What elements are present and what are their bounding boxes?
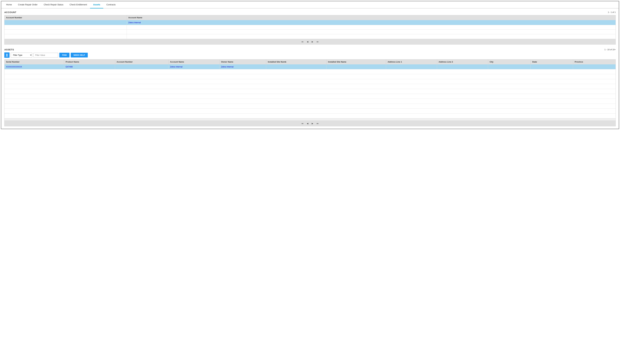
- asset-product-name: G47490: [64, 64, 115, 69]
- asset-owner-name: Zebra Internal: [219, 64, 266, 69]
- asset-city: [488, 64, 530, 69]
- account-first-btn[interactable]: ⏮: [301, 40, 304, 43]
- assets-col-addr1: Address Line 1: [386, 60, 437, 64]
- assets-col-acct-name: Account Name: [169, 60, 219, 64]
- assets-empty-row-9: [4, 108, 616, 113]
- assets-table-header-row: Serial Number Product Name Account Numbe…: [4, 60, 616, 64]
- assets-filter-bar: Filter Type FIND NEED HELP: [4, 52, 616, 58]
- account-table-empty-row-3: [4, 34, 616, 39]
- account-pagination-bar: ⏮ ◀ ▶ ⏭: [4, 39, 616, 45]
- account-table-row[interactable]: Zebra Internal: [4, 20, 616, 25]
- assets-pagination-info: 1 - 10 of 10+: [604, 48, 616, 51]
- assets-col-addr2: Address Line 2: [437, 60, 488, 64]
- assets-empty-row-10: [4, 113, 616, 118]
- account-table-empty-row-1: [4, 25, 616, 30]
- asset-inst-site-name: [326, 64, 386, 69]
- download-icon: [6, 54, 8, 57]
- account-last-btn[interactable]: ⏭: [316, 40, 319, 43]
- account-section-title: ACCOUNT: [4, 11, 16, 14]
- assets-table-row[interactable]: XXXXXXXXXXXX G47490 Zebra Internal Zebra…: [4, 64, 616, 69]
- filter-value-input[interactable]: [33, 53, 58, 58]
- assets-empty-row-7: [4, 99, 616, 104]
- account-col-number: Account Number: [4, 15, 127, 20]
- nav-bar: Home Create Repair Order Check Repair St…: [1, 1, 619, 8]
- assets-table: Serial Number Product Name Account Numbe…: [4, 60, 616, 119]
- assets-empty-row-3: [4, 79, 616, 84]
- filter-type-select[interactable]: Filter Type: [11, 53, 32, 58]
- assets-col-city: City: [488, 60, 530, 64]
- assets-table-scroll[interactable]: Serial Number Product Name Account Numbe…: [4, 60, 616, 119]
- assets-col-serial: Serial Number: [4, 60, 64, 64]
- assets-empty-row-4: [4, 84, 616, 89]
- assets-empty-row-2: [4, 74, 616, 79]
- assets-pagination-bar: ⏮ ◀ ▶ ⏭: [4, 121, 616, 126]
- asset-province: [573, 64, 616, 69]
- assets-col-owner: Owner Name: [219, 60, 266, 64]
- assets-col-inst-site-name: Installed Site Name: [326, 60, 386, 64]
- need-help-button[interactable]: NEED HELP: [71, 53, 88, 58]
- assets-section-header: ASSETS 1 - 10 of 10+: [4, 48, 616, 51]
- assets-empty-row-5: [4, 89, 616, 94]
- assets-col-province: Province: [573, 60, 616, 64]
- assets-col-acct-num: Account Number: [115, 60, 169, 64]
- asset-addr1: [386, 64, 437, 69]
- account-row-name: Zebra Internal: [127, 20, 616, 25]
- account-table: Account Number Account Name Zebra Intern…: [4, 15, 616, 39]
- asset-inst-site-numb: [266, 64, 326, 69]
- nav-item-contracts[interactable]: Contracts: [103, 1, 119, 8]
- nav-item-home[interactable]: Home: [3, 1, 15, 8]
- account-table-wrapper: Account Number Account Name Zebra Intern…: [4, 15, 616, 45]
- assets-empty-row-8: [4, 104, 616, 108]
- main-content: ACCOUNT 1 - 1 of 1 Account Number Accoun…: [1, 8, 619, 129]
- assets-col-product: Product Name: [64, 60, 115, 64]
- assets-first-btn[interactable]: ⏮: [301, 122, 304, 125]
- nav-item-check-entitlement[interactable]: Check Entitlement: [66, 1, 90, 8]
- assets-next-btn[interactable]: ▶: [311, 122, 314, 125]
- assets-table-wrapper: Serial Number Product Name Account Numbe…: [4, 59, 616, 126]
- asset-account-name: Zebra Internal: [169, 64, 219, 69]
- assets-prev-btn[interactable]: ◀: [306, 122, 309, 125]
- account-col-name: Account Name: [127, 15, 616, 20]
- account-table-empty-row-2: [4, 30, 616, 34]
- account-next-btn[interactable]: ▶: [311, 40, 314, 43]
- download-button[interactable]: [4, 52, 10, 58]
- nav-item-create-repair-order[interactable]: Create Repair Order: [15, 1, 41, 8]
- asset-account-number: [115, 64, 169, 69]
- find-button[interactable]: FIND: [59, 53, 69, 58]
- nav-item-check-repair-status[interactable]: Check Repair Status: [41, 1, 66, 8]
- assets-col-state: State: [530, 60, 573, 64]
- assets-h-scroll[interactable]: [4, 118, 616, 121]
- assets-empty-row-1: [4, 69, 616, 74]
- assets-col-inst-site-num: Installed Site Numb: [266, 60, 326, 64]
- account-row-number: [4, 20, 127, 25]
- nav-item-assets[interactable]: Assets: [90, 1, 103, 8]
- account-prev-btn[interactable]: ◀: [306, 40, 309, 43]
- assets-section-title: ASSETS: [4, 48, 14, 51]
- account-table-header-row: Account Number Account Name: [4, 15, 616, 20]
- account-section-header: ACCOUNT 1 - 1 of 1: [4, 11, 616, 14]
- asset-serial-number: XXXXXXXXXXXX: [4, 64, 64, 69]
- assets-last-btn[interactable]: ⏭: [316, 122, 319, 125]
- account-table-scroll[interactable]: Account Number Account Name Zebra Intern…: [4, 15, 616, 39]
- asset-addr2: [437, 64, 488, 69]
- asset-state: [530, 64, 573, 69]
- account-pagination-info: 1 - 1 of 1: [608, 11, 616, 13]
- assets-empty-row-6: [4, 94, 616, 99]
- assets-section: ASSETS 1 - 10 of 10+ Filter Type: [4, 48, 616, 126]
